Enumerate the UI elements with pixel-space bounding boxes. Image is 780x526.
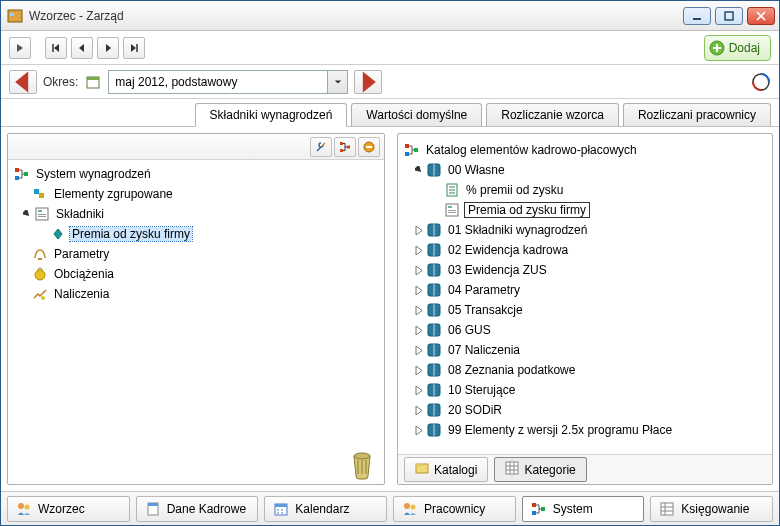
expander-closed-icon[interactable]: [412, 303, 426, 317]
tree-node-wlasne[interactable]: 00 Własne: [400, 160, 770, 180]
dropdown-icon[interactable]: [327, 71, 347, 93]
tree-node-catalog-root[interactable]: Katalog elementów kadrowo-płacowych: [400, 140, 770, 160]
expander-closed-icon[interactable]: [412, 323, 426, 337]
tree-node-catalog[interactable]: 10 Sterujące: [400, 380, 770, 400]
form-icon: [34, 206, 50, 222]
remove-icon[interactable]: [358, 137, 380, 157]
app-window: Wzorzec - Zarząd Dodaj Okres: maj 2012, …: [0, 0, 780, 526]
svg-rect-33: [448, 212, 456, 213]
tree-node-catalog[interactable]: 02 Ewidencja kadrowa: [400, 240, 770, 260]
expander-closed-icon[interactable]: [412, 383, 426, 397]
maximize-button[interactable]: [715, 7, 743, 25]
svg-rect-32: [448, 210, 456, 211]
tree-node-pct-premii[interactable]: % premii od zysku: [400, 180, 770, 200]
svg-rect-46: [532, 511, 536, 515]
btab-katalogi[interactable]: Katalogi: [404, 457, 488, 482]
node-label: Katalog elementów kadrowo-płacowych: [424, 143, 639, 157]
tab-pracownicy[interactable]: Rozliczani pracownicy: [623, 103, 771, 126]
sheet-icon: [444, 182, 460, 198]
toolbar-nav: Dodaj: [1, 31, 779, 65]
refresh-icon[interactable]: [751, 72, 771, 92]
svg-rect-48: [661, 503, 673, 515]
last-button[interactable]: [123, 37, 145, 59]
tree-node-premia-right[interactable]: Premia od zysku firmy: [400, 200, 770, 220]
close-button[interactable]: [747, 7, 775, 25]
expander-closed-icon[interactable]: [412, 263, 426, 277]
book-icon: [426, 362, 442, 378]
node-label: Elementy zgrupowane: [52, 187, 175, 201]
tools-icon[interactable]: [310, 137, 332, 157]
node-label: 07 Naliczenia: [446, 343, 522, 357]
tree-node-catalog[interactable]: 20 SODiR: [400, 400, 770, 420]
nav-label: System: [553, 502, 593, 516]
nav-wzorzec[interactable]: Wzorzec: [7, 496, 130, 522]
plus-icon: [709, 40, 725, 56]
svg-point-25: [354, 453, 370, 459]
calendar-icon[interactable]: [84, 73, 102, 91]
tree-node-catalog[interactable]: 06 GUS: [400, 320, 770, 340]
svg-rect-35: [416, 464, 422, 466]
svg-rect-40: [148, 503, 158, 506]
svg-rect-26: [405, 144, 409, 148]
period-select[interactable]: maj 2012, podstawowy: [108, 70, 348, 94]
svg-rect-21: [38, 216, 46, 217]
expander-closed-icon[interactable]: [412, 223, 426, 237]
node-label: 08 Zeznania podatkowe: [446, 363, 577, 377]
period-label: Okres:: [43, 75, 78, 89]
book-icon: [426, 242, 442, 258]
tree-node-obciazenia[interactable]: Obciążenia: [10, 264, 382, 284]
svg-rect-36: [506, 462, 518, 474]
tree-node-catalog[interactable]: 99 Elementy z wersji 2.5x programu Płace: [400, 420, 770, 440]
nav-ksiegowanie[interactable]: Księgowanie: [650, 496, 773, 522]
tree-icon[interactable]: [334, 137, 356, 157]
expander-closed-icon[interactable]: [412, 243, 426, 257]
tree-node-premia[interactable]: Premia od zysku firmy: [10, 224, 382, 244]
expander-closed-icon[interactable]: [412, 403, 426, 417]
trash-icon[interactable]: [348, 448, 376, 480]
period-prev-button[interactable]: [9, 70, 37, 94]
doc-icon: [145, 501, 161, 517]
svg-point-44: [411, 504, 416, 509]
tree-node-catalog[interactable]: 03 Ewidencja ZUS: [400, 260, 770, 280]
period-next-button[interactable]: [354, 70, 382, 94]
tree-node-elementy[interactable]: Elementy zgrupowane: [10, 184, 382, 204]
tree-node-catalog[interactable]: 04 Parametry: [400, 280, 770, 300]
expander-closed-icon[interactable]: [412, 363, 426, 377]
svg-rect-10: [347, 145, 350, 148]
tree-node-catalog[interactable]: 05 Transakcje: [400, 300, 770, 320]
btab-kategorie[interactable]: Kategorie: [494, 457, 586, 482]
svg-rect-17: [39, 193, 44, 198]
expander-closed-icon[interactable]: [412, 283, 426, 297]
first-button[interactable]: [45, 37, 67, 59]
nav-kalendarz[interactable]: Kalendarz: [264, 496, 387, 522]
play-button[interactable]: [9, 37, 31, 59]
prev-button[interactable]: [71, 37, 93, 59]
node-label: 20 SODiR: [446, 403, 504, 417]
tab-wartosci[interactable]: Wartości domyślne: [351, 103, 482, 126]
expander-open-icon[interactable]: [20, 207, 34, 221]
expander-closed-icon[interactable]: [412, 343, 426, 357]
tree-node-skladniki[interactable]: Składniki: [10, 204, 382, 224]
svg-rect-31: [448, 206, 452, 208]
tree-node-catalog[interactable]: 08 Zeznania podatkowe: [400, 360, 770, 380]
tab-skladniki[interactable]: Składniki wynagrodzeń: [195, 103, 348, 127]
expander-open-icon[interactable]: [412, 163, 426, 177]
nav-system[interactable]: System: [522, 496, 645, 522]
tree-node-catalog[interactable]: 07 Naliczenia: [400, 340, 770, 360]
nav-dane[interactable]: Dane Kadrowe: [136, 496, 259, 522]
tree-node-root[interactable]: System wynagrodzeń: [10, 164, 382, 184]
expander-closed-icon[interactable]: [412, 423, 426, 437]
nav-pracownicy[interactable]: Pracownicy: [393, 496, 516, 522]
nav-label: Księgowanie: [681, 502, 749, 516]
minimize-button[interactable]: [683, 7, 711, 25]
tree-node-parametry[interactable]: Parametry: [10, 244, 382, 264]
book-icon: [426, 162, 442, 178]
add-button[interactable]: Dodaj: [704, 35, 771, 61]
node-label: System wynagrodzeń: [34, 167, 153, 181]
next-button[interactable]: [97, 37, 119, 59]
tab-rozliczanie[interactable]: Rozliczanie wzorca: [486, 103, 619, 126]
tree-node-naliczenia[interactable]: Naliczenia: [10, 284, 382, 304]
people-icon: [402, 501, 418, 517]
tree-node-catalog[interactable]: 01 Składniki wynagrodzeń: [400, 220, 770, 240]
left-pane-toolbar: [8, 134, 384, 160]
